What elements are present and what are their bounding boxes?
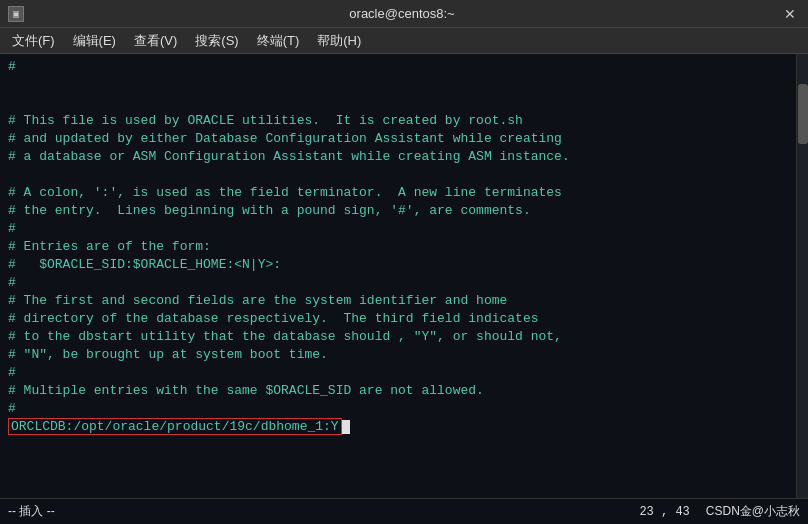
terminal-line: # directory of the database respectively…	[8, 310, 800, 328]
menu-view[interactable]: 查看(V)	[126, 30, 185, 52]
menu-help[interactable]: 帮助(H)	[309, 30, 369, 52]
terminal-line: # Multiple entries with the same $ORACLE…	[8, 382, 800, 400]
menubar: 文件(F) 编辑(E) 查看(V) 搜索(S) 终端(T) 帮助(H)	[0, 28, 808, 54]
terminal-line	[8, 166, 800, 184]
terminal-line: # the entry. Lines beginning with a poun…	[8, 202, 800, 220]
statusbar-left: -- 插入 --	[8, 503, 55, 520]
terminal-line: # This file is used by ORACLE utilities.…	[8, 112, 800, 130]
scrollbar-thumb[interactable]	[798, 84, 808, 144]
terminal-line: #	[8, 274, 800, 292]
terminal-line: # "N", be brought up at system boot time…	[8, 346, 800, 364]
terminal-line: ORCLCDB:/opt/oracle/product/19c/dbhome_1…	[8, 418, 800, 436]
terminal-line: #	[8, 220, 800, 238]
terminal-line: # to the dbstart utility that the databa…	[8, 328, 800, 346]
terminal-line: # A colon, ':', is used as the field ter…	[8, 184, 800, 202]
terminal-line: #	[8, 400, 800, 418]
terminal-line: #	[8, 58, 800, 76]
terminal-line: # Entries are of the form:	[8, 238, 800, 256]
insert-mode-label: -- 插入 --	[8, 503, 55, 520]
terminal-line: # and updated by either Database Configu…	[8, 130, 800, 148]
menu-search[interactable]: 搜索(S)	[187, 30, 246, 52]
menu-file[interactable]: 文件(F)	[4, 30, 63, 52]
terminal-line: # $ORACLE_SID:$ORACLE_HOME:<N|Y>:	[8, 256, 800, 274]
scrollbar[interactable]	[796, 54, 808, 498]
menu-terminal[interactable]: 终端(T)	[249, 30, 308, 52]
terminal-line: #	[8, 364, 800, 382]
titlebar: ▣ oracle@centos8:~ ✕	[0, 0, 808, 28]
cursor-position: 23 , 43	[639, 505, 689, 519]
terminal[interactable]: # # This file is used by ORACLE utilitie…	[0, 54, 808, 524]
brand-label: CSDN金@小志秋	[706, 503, 800, 520]
titlebar-left: ▣	[8, 6, 24, 22]
close-button[interactable]: ✕	[780, 4, 800, 24]
terminal-line: # The first and second fields are the sy…	[8, 292, 800, 310]
terminal-line	[8, 76, 800, 94]
window-icon: ▣	[8, 6, 24, 22]
statusbar-right: 23 , 43 CSDN金@小志秋	[639, 503, 800, 520]
terminal-line	[8, 94, 800, 112]
terminal-content: # # This file is used by ORACLE utilitie…	[0, 54, 808, 524]
menu-edit[interactable]: 编辑(E)	[65, 30, 124, 52]
window-title: oracle@centos8:~	[24, 6, 780, 21]
statusbar: -- 插入 -- 23 , 43 CSDN金@小志秋	[0, 498, 808, 524]
terminal-line: # a database or ASM Configuration Assist…	[8, 148, 800, 166]
